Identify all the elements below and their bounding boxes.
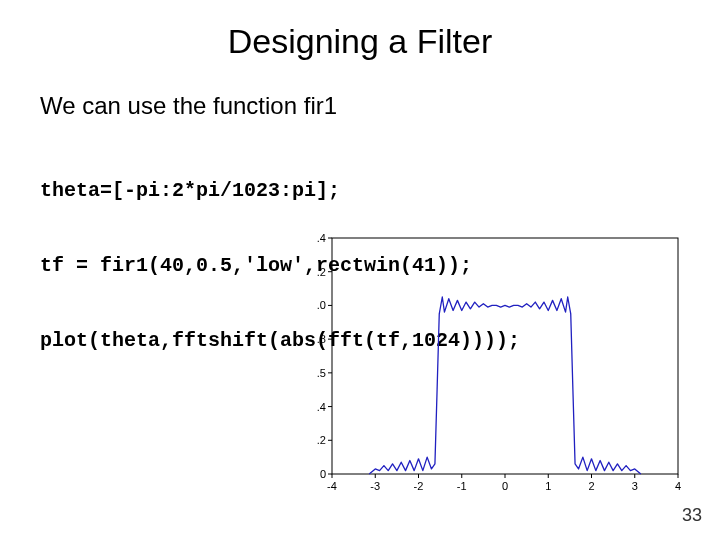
svg-text:.4: .4 [317, 401, 326, 413]
svg-text:.4: .4 [317, 232, 326, 244]
svg-rect-0 [332, 238, 678, 474]
svg-text:.5: .5 [317, 367, 326, 379]
slide-title: Designing a Filter [0, 22, 720, 61]
code-line-1: theta=[-pi:2*pi/1023:pi]; [40, 178, 520, 203]
intro-text: We can use the function fir1 [40, 92, 337, 120]
svg-text:3: 3 [632, 480, 638, 492]
chart: -4-3-2-1012340.2.4.5.8.0.2.4 [296, 228, 686, 500]
svg-text:0: 0 [502, 480, 508, 492]
svg-text:0: 0 [320, 468, 326, 480]
page-number: 33 [682, 505, 702, 526]
svg-text:-4: -4 [327, 480, 337, 492]
svg-text:4: 4 [675, 480, 681, 492]
svg-text:.8: .8 [317, 333, 326, 345]
svg-text:1: 1 [545, 480, 551, 492]
chart-svg: -4-3-2-1012340.2.4.5.8.0.2.4 [296, 228, 686, 500]
svg-text:-3: -3 [370, 480, 380, 492]
svg-text:2: 2 [588, 480, 594, 492]
svg-text:-2: -2 [414, 480, 424, 492]
svg-text:.2: .2 [317, 266, 326, 278]
svg-text:.0: .0 [317, 299, 326, 311]
svg-text:-1: -1 [457, 480, 467, 492]
svg-text:.2: .2 [317, 434, 326, 446]
slide: Designing a Filter We can use the functi… [0, 0, 720, 540]
